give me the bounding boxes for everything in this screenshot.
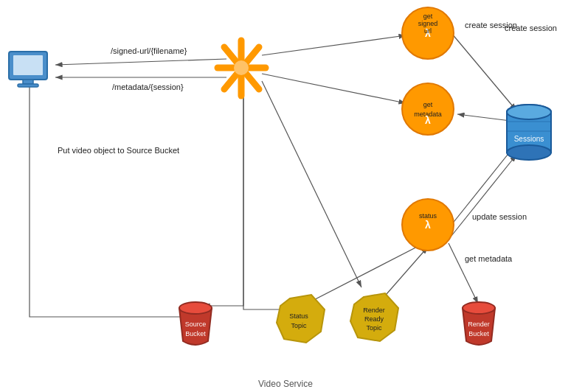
svg-line-2 bbox=[451, 33, 516, 111]
status-lambda-node: λ status bbox=[402, 199, 454, 251]
svg-text:Render: Render bbox=[363, 307, 385, 314]
svg-text:Status: Status bbox=[289, 312, 308, 320]
svg-text:Render: Render bbox=[468, 321, 490, 328]
sessions-db-node: Sessions bbox=[507, 105, 551, 160]
create-session-text: create session bbox=[505, 24, 557, 32]
svg-point-28 bbox=[402, 83, 454, 135]
svg-text:get: get bbox=[423, 101, 433, 108]
api-gateway-node bbox=[218, 41, 266, 96]
status-topic-node: Status Topic bbox=[277, 295, 325, 343]
svg-text:λ: λ bbox=[425, 114, 431, 126]
get-metadata-node: get metadata λ bbox=[402, 83, 454, 135]
svg-line-5 bbox=[262, 74, 406, 103]
svg-point-50 bbox=[463, 302, 495, 314]
svg-text:Sessions: Sessions bbox=[514, 135, 544, 143]
update-session-label: update session bbox=[472, 212, 527, 221]
svg-text:signed: signed bbox=[418, 20, 438, 27]
svg-rect-14 bbox=[13, 55, 43, 75]
render-bucket-node: Render Bucket bbox=[463, 302, 495, 345]
svg-line-4 bbox=[262, 35, 406, 55]
svg-point-34 bbox=[507, 145, 551, 160]
svg-text:get: get bbox=[423, 13, 433, 20]
svg-rect-15 bbox=[23, 80, 33, 84]
svg-point-22 bbox=[234, 60, 249, 75]
svg-text:Topic: Topic bbox=[366, 324, 382, 332]
svg-text:Bucket: Bucket bbox=[468, 330, 489, 337]
svg-text:λ: λ bbox=[425, 219, 431, 231]
svg-text:Source: Source bbox=[185, 321, 207, 328]
svg-point-42 bbox=[179, 302, 212, 314]
signed-url-label: /signed-url/{filename} bbox=[111, 46, 187, 55]
video-service-label: Video Service bbox=[258, 379, 313, 389]
get-signed-url-node: λ get signed url bbox=[402, 7, 454, 59]
svg-text:status: status bbox=[419, 212, 437, 220]
render-ready-topic-node: Render Ready Topic bbox=[350, 293, 398, 341]
svg-text:Topic: Topic bbox=[291, 322, 307, 329]
put-video-label: Put video object to Source Bucket bbox=[58, 146, 179, 155]
get-metadata-label: get metadata bbox=[465, 254, 513, 263]
svg-line-12 bbox=[449, 243, 478, 304]
svg-rect-16 bbox=[18, 84, 38, 87]
svg-text:Bucket: Bucket bbox=[185, 330, 206, 337]
metadata-path-label: /metadata/{session} bbox=[112, 83, 184, 91]
source-bucket-node: Source Bucket bbox=[179, 302, 212, 345]
svg-line-6 bbox=[55, 59, 226, 65]
svg-text:Ready: Ready bbox=[364, 315, 384, 323]
svg-point-35 bbox=[507, 105, 551, 119]
client-node bbox=[9, 52, 47, 87]
svg-line-9 bbox=[451, 155, 516, 236]
svg-text:url: url bbox=[424, 27, 432, 35]
